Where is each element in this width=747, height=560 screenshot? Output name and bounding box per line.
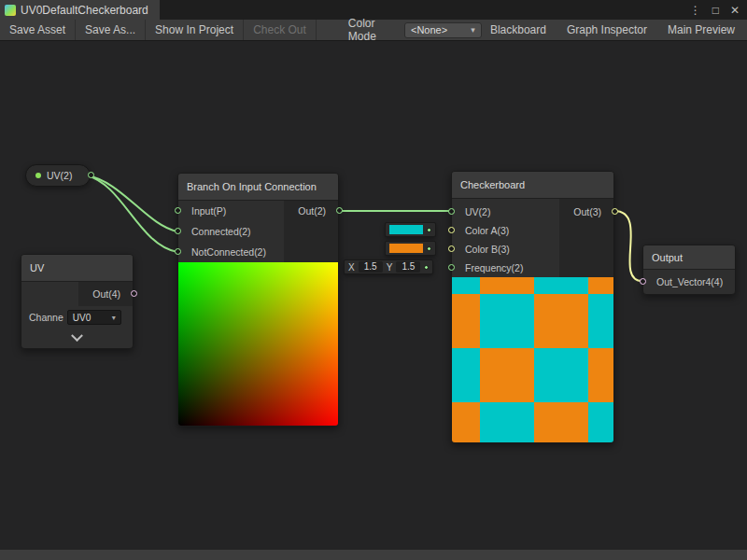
color-b-widget-dot-icon [427,246,431,251]
save-asset-button[interactable]: Save Asset [0,20,76,40]
shader-graph-asset-icon [5,5,16,16]
uv-property-label: UV(2) [47,170,72,181]
exposed-property-dot-icon [35,173,41,178]
kebab-menu-icon[interactable]: ⋮ [690,4,701,17]
color-b-swatch[interactable] [389,244,423,253]
edge-uv-to-notconnected[interactable] [87,175,177,252]
branch-connected-label: Connected(2) [191,226,251,237]
output-vector4-port[interactable] [640,278,646,285]
output-node[interactable]: Output Out_Vector4(4) [642,245,736,295]
branch-input-p-label: Input(P) [191,205,226,217]
color-a-swatch-widget[interactable] [385,222,436,237]
color-a-widget-dot-icon [427,228,431,232]
checkerboard-preview [452,277,613,442]
uv-out-label: Out(4) [92,288,120,300]
show-in-project-button[interactable]: Show In Project [146,20,244,40]
color-mode-value: <None> [411,24,447,35]
uv-node-collapse-button[interactable] [21,329,133,348]
branch-out-label: Out(2) [298,205,326,217]
graph-toolbar: Save Asset Save As... Show In Project Ch… [0,20,747,41]
save-as-button[interactable]: Save As... [76,20,146,40]
color-mode-label: Color Mode [341,17,404,43]
frequency-y-input[interactable]: 1.5 [396,261,420,273]
checkerboard-node[interactable]: Checkerboard UV(2) Color A(3) Color B(3) [451,171,614,443]
edge-checkerboard-to-output[interactable] [614,211,642,281]
branch-node[interactable]: Branch On Input Connection Input(P) Conn… [177,173,339,427]
uv-node[interactable]: UV Out(4) Channe UV0 ▾ [21,254,134,349]
checkerboard-uv-label: UV(2) [465,206,490,217]
checkerboard-color-a-port[interactable] [448,227,455,233]
uv-node-header[interactable]: UV [21,255,133,282]
uv-property-node[interactable]: UV(2) [25,164,91,187]
uv-property-output-port[interactable] [88,172,94,178]
branch-connected-port[interactable] [175,228,181,234]
graph-canvas[interactable]: UV(2) Branch On Input Connection Input(P… [0,41,747,549]
checkerboard-color-b-port[interactable] [448,245,455,252]
blackboard-button[interactable]: Blackboard [482,23,555,36]
close-icon[interactable]: ✕ [730,4,740,17]
graph-inspector-button[interactable]: Graph Inspector [558,23,655,36]
checkerboard-frequency-label: Frequency(2) [465,262,523,273]
uv-out-port[interactable] [131,290,137,297]
output-vector4-label: Out_Vector4(4) [656,276,723,287]
color-b-swatch-widget[interactable] [385,241,436,256]
output-node-header[interactable]: Output [643,245,735,270]
checkerboard-out-label: Out(3) [573,206,601,217]
frequency-y-label: Y [387,262,393,273]
graph-tab[interactable]: UV0DefaultCheckerboard [0,0,160,20]
edge-uv-to-connected[interactable] [87,175,177,231]
branch-out-port[interactable] [336,207,343,214]
branch-notconnected-port[interactable] [175,248,181,255]
dropdown-caret-icon: ▾ [471,25,475,35]
branch-uv-preview [178,262,338,426]
uv-channel-caret-icon: ▾ [112,314,116,322]
branch-node-header[interactable]: Branch On Input Connection [178,174,338,201]
graph-tab-title: UV0DefaultCheckerboard [21,4,148,17]
main-preview-button[interactable]: Main Preview [659,23,743,36]
checkerboard-uv-port[interactable] [448,208,455,215]
frequency-x-input[interactable]: 1.5 [359,261,383,273]
color-a-swatch[interactable] [389,225,423,234]
uv-channel-label: Channe [29,312,63,323]
check-out-button: Check Out [244,20,317,40]
shader-graph-window: UV0DefaultCheckerboard ⋮ □ ✕ Save Asset … [0,0,747,560]
checkerboard-out-port[interactable] [612,208,618,215]
checkerboard-color-b-label: Color B(3) [465,244,510,255]
checkerboard-frequency-port[interactable] [448,264,455,271]
frequency-widget[interactable]: X 1.5 Y 1.5 [344,259,433,274]
maximize-icon[interactable]: □ [712,4,719,17]
checkerboard-node-header[interactable]: Checkerboard [452,172,613,199]
branch-input-p-port[interactable] [175,207,181,214]
checkerboard-color-a-label: Color A(3) [465,225,509,236]
frequency-x-label: X [348,262,355,273]
frequency-widget-dot-icon [424,265,429,270]
uv-channel-dropdown[interactable]: UV0 ▾ [67,310,121,325]
color-mode-dropdown[interactable]: <None> ▾ [404,22,482,38]
collapse-chevron-icon [71,329,83,342]
uv-channel-value: UV0 [73,313,91,323]
branch-notconnected-label: NotConnected(2) [191,246,266,258]
status-bar [0,549,747,560]
